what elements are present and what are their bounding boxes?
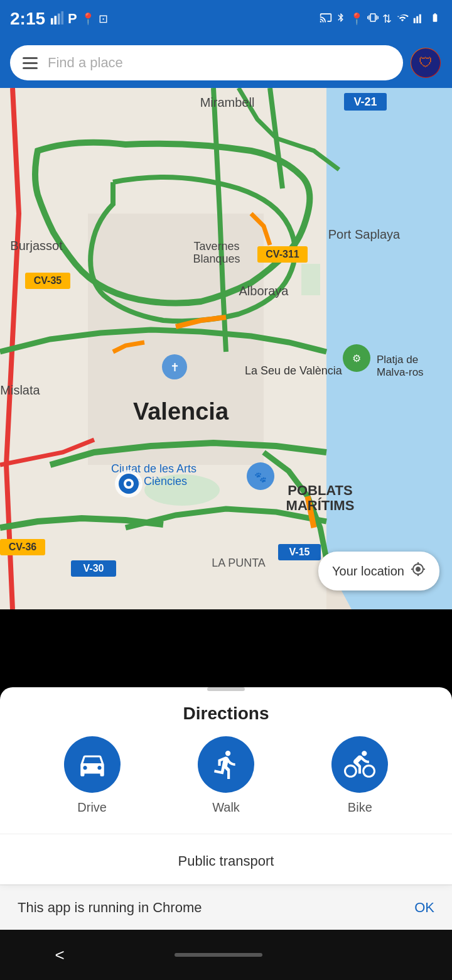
home-pill[interactable] [175, 953, 262, 957]
transport-item-walk[interactable]: Walk [198, 736, 254, 815]
svg-text:Blanques: Blanques [193, 253, 240, 265]
map-area[interactable]: V-21 CV-311 CV-35 CV-36 V-30 V-15 CV-407… [0, 88, 452, 609]
status-bar: 2:15 P 📍 ⊡ 📍 ⇅ [0, 0, 452, 38]
directions-title: Directions [0, 697, 452, 736]
bike-icon [344, 749, 375, 780]
svg-text:Mislata: Mislata [0, 383, 40, 397]
signal-icon [50, 11, 64, 28]
bottom-sheet: Directions Drive Walk [0, 687, 452, 885]
chrome-ok-button[interactable]: OK [414, 900, 434, 916]
svg-rect-1 [54, 16, 56, 24]
parking-icon: P [68, 11, 77, 27]
avatar-logo: 🛡 [419, 55, 433, 71]
svg-rect-4 [414, 18, 416, 23]
transport-item-bike[interactable]: Bike [331, 736, 388, 815]
walk-icon [210, 749, 242, 780]
data-arrow-icon: ⇅ [382, 12, 392, 26]
svg-text:Port Saplaya: Port Saplaya [328, 227, 401, 241]
location-target-icon [411, 562, 426, 580]
svg-text:CV-311: CV-311 [266, 249, 299, 259]
back-button[interactable]: < [55, 945, 64, 965]
public-transport-label: Public transport [178, 853, 274, 869]
transport-modes: Drive Walk Bike [0, 736, 452, 827]
svg-text:LA PUNTA: LA PUNTA [212, 557, 266, 569]
svg-text:V-21: V-21 [353, 95, 377, 108]
svg-point-49 [126, 481, 131, 486]
svg-rect-6 [419, 14, 421, 23]
bike-label: Bike [348, 800, 372, 815]
avatar[interactable]: 🛡 [409, 46, 442, 79]
bike-circle[interactable] [331, 736, 388, 793]
svg-text:Alboraya: Alboraya [239, 284, 289, 298]
svg-rect-0 [51, 18, 53, 24]
drive-label: Drive [77, 800, 107, 815]
svg-rect-11 [301, 264, 320, 295]
bottom-area: Directions Drive Walk [0, 678, 452, 930]
svg-rect-5 [416, 16, 418, 23]
svg-text:CV-36: CV-36 [9, 542, 37, 552]
bluetooth-icon [336, 11, 346, 28]
wifi-icon [396, 12, 409, 26]
battery-icon [428, 13, 442, 26]
svg-text:Mirambell: Mirambell [200, 95, 255, 109]
svg-rect-3 [61, 11, 63, 24]
svg-rect-2 [58, 13, 60, 24]
drive-circle[interactable] [64, 736, 121, 793]
transport-item-drive[interactable]: Drive [64, 736, 121, 815]
svg-text:POBLATS: POBLATS [288, 482, 352, 498]
signal-bars-icon [413, 11, 424, 28]
your-location-label: Your location [332, 564, 404, 579]
svg-text:✝: ✝ [170, 361, 180, 374]
svg-text:Platja de: Platja de [377, 354, 418, 366]
vibrate-icon [367, 11, 379, 28]
svg-text:Burjassot: Burjassot [10, 239, 63, 253]
svg-text:Malva-ros: Malva-ros [377, 366, 424, 378]
svg-text:La Seu de València: La Seu de València [245, 364, 343, 377]
walk-circle[interactable] [198, 736, 254, 793]
svg-text:🐾: 🐾 [254, 471, 267, 483]
public-transport-row[interactable]: Public transport [0, 841, 452, 885]
svg-text:V-30: V-30 [83, 563, 104, 574]
status-time: 2:15 [10, 9, 45, 29]
sheet-handle [207, 687, 245, 691]
cast-icon [320, 11, 332, 27]
screenshot-icon: ⊡ [99, 12, 108, 26]
chrome-banner: This app is running in Chrome OK [0, 885, 452, 930]
your-location-button[interactable]: Your location [318, 552, 439, 591]
walk-label: Walk [212, 800, 240, 815]
svg-text:V-15: V-15 [289, 547, 310, 557]
divider [0, 834, 452, 834]
svg-text:⚙: ⚙ [352, 353, 361, 364]
location-pin-icon: 📍 [81, 12, 95, 26]
chrome-message: This app is running in Chrome [18, 900, 202, 916]
search-bar: Find a place 🛡 [0, 38, 452, 88]
svg-text:Valencia: Valencia [133, 398, 229, 425]
svg-text:MARÍTIMS: MARÍTIMS [286, 498, 355, 513]
svg-text:CV-35: CV-35 [34, 275, 62, 286]
svg-text:Tavernes: Tavernes [193, 240, 239, 253]
nav-bar: < [0, 930, 452, 980]
hamburger-menu-icon[interactable] [23, 57, 38, 69]
search-placeholder: Find a place [48, 55, 390, 71]
search-container[interactable]: Find a place [10, 45, 403, 80]
gps-icon: 📍 [350, 12, 363, 26]
car-icon [77, 749, 108, 780]
